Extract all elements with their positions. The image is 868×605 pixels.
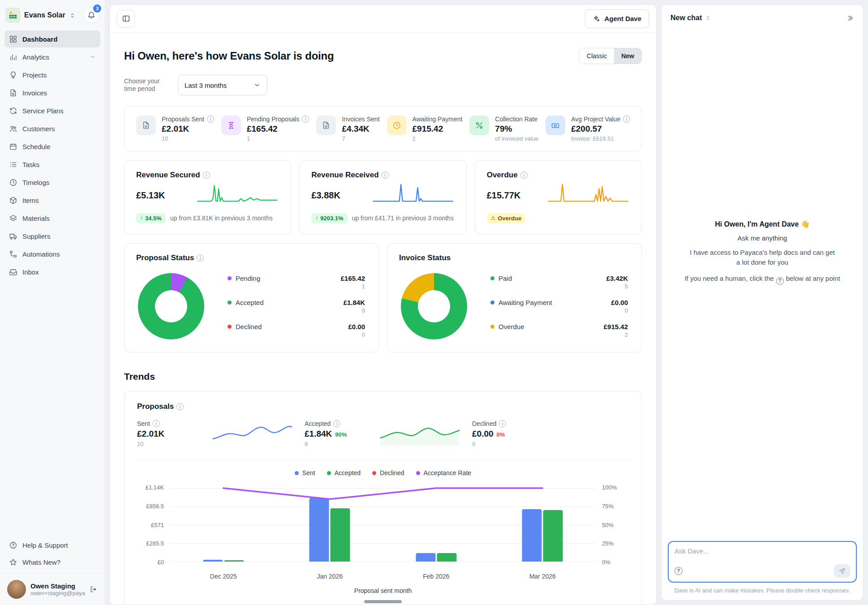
send-button[interactable] bbox=[834, 564, 850, 578]
legend-dot bbox=[228, 276, 232, 280]
overdue-sparkline bbox=[546, 181, 631, 208]
main-panel: Agent Dave Hi Owen, here's how Evans Sol… bbox=[109, 4, 657, 605]
sidebar-item-schedule[interactable]: Schedule bbox=[4, 138, 100, 155]
kpi-sub: Invoice: £619.51 bbox=[571, 135, 630, 142]
sidebar-item-automations[interactable]: Automations bbox=[4, 245, 100, 262]
info-icon[interactable] bbox=[302, 116, 309, 123]
box-icon bbox=[9, 196, 17, 205]
revenue-secured-sparkline bbox=[195, 181, 280, 208]
sidebar-item-materials[interactable]: Materials bbox=[4, 210, 100, 227]
legend-row-pending: Pending £165.421 bbox=[228, 275, 365, 290]
trend-stat-accepted: Accepted £1.84K90% 9 bbox=[305, 420, 461, 447]
legend-row-overdue: Overdue £915.422 bbox=[490, 323, 628, 338]
info-icon[interactable] bbox=[153, 420, 160, 427]
logout-icon[interactable] bbox=[90, 585, 98, 593]
panel-left-icon bbox=[122, 14, 130, 23]
chat-help-button[interactable] bbox=[675, 567, 683, 575]
info-icon[interactable] bbox=[176, 403, 184, 410]
chart-plot-area bbox=[170, 488, 596, 562]
sidebar-item-label: Analytics bbox=[22, 53, 49, 61]
kpi-collection-rate: Collection Rate 79% of invoiced value bbox=[469, 116, 538, 142]
y-axis-tick: 0% bbox=[602, 559, 610, 566]
help-support-label: Help & Support bbox=[22, 541, 68, 549]
sidebar-item-dashboard[interactable]: Dashboard bbox=[4, 30, 100, 47]
user-menu[interactable]: Owen Staging owen+staging@paya... bbox=[0, 573, 105, 605]
sidebar-item-label: Service Plans bbox=[22, 107, 64, 115]
y-axis-tick: £856.5 bbox=[146, 503, 164, 510]
users-icon bbox=[9, 124, 17, 133]
sidebar-item-invoices[interactable]: Invoices bbox=[4, 84, 100, 101]
sidebar-item-tasks[interactable]: Tasks bbox=[4, 156, 100, 173]
clock-icon bbox=[9, 178, 17, 187]
info-icon[interactable] bbox=[623, 116, 630, 123]
y-axis-tick: £0 bbox=[158, 559, 164, 566]
sidebar-item-suppliers[interactable]: Suppliers bbox=[4, 227, 100, 245]
chat-line-human: If you need a human, click thebelow at a… bbox=[684, 273, 840, 285]
hourglass-icon bbox=[221, 116, 241, 135]
chat-switcher[interactable]: New chat bbox=[670, 14, 711, 22]
org-logo bbox=[5, 8, 21, 23]
view-toggle-classic[interactable]: Classic bbox=[580, 48, 614, 64]
kpi-invoices-sent: Invoices Sent £4.34K 7 bbox=[316, 116, 379, 142]
sidebar-item-timelogs[interactable]: Timelogs bbox=[4, 174, 100, 191]
sent-sparkline bbox=[211, 420, 294, 447]
collapse-chat-icon[interactable] bbox=[847, 14, 854, 22]
horizontal-scrollbar[interactable] bbox=[364, 600, 402, 603]
kpi-sub: of invoiced value bbox=[495, 135, 538, 142]
sidebar-item-items[interactable]: Items bbox=[4, 192, 100, 209]
banknote-icon bbox=[546, 116, 565, 135]
chat-line-ask: Ask me anything bbox=[738, 234, 787, 242]
acceptance-rate-line bbox=[223, 488, 543, 499]
sidebar: Evans Solar 3 Dashboard Analytics bbox=[0, 0, 105, 605]
sidebar-toggle-button[interactable] bbox=[117, 10, 135, 28]
kpi-sub: 2 bbox=[413, 135, 463, 142]
chat-input-box[interactable] bbox=[668, 541, 857, 583]
kpi-value: £4.34K bbox=[342, 124, 379, 134]
layers-icon bbox=[9, 214, 17, 223]
kpi-value: 79% bbox=[495, 124, 538, 134]
y-axis-right: 100% 75% 50% 25% 0% bbox=[596, 484, 629, 566]
sidebar-item-analytics[interactable]: Analytics bbox=[4, 48, 100, 65]
trend-up-badge: 34.5% bbox=[136, 213, 166, 223]
avatar bbox=[7, 580, 26, 599]
page-title: Hi Owen, here's how Evans Solar is doing bbox=[124, 50, 334, 62]
info-icon[interactable] bbox=[333, 420, 340, 427]
info-icon[interactable] bbox=[207, 116, 214, 123]
info-icon[interactable] bbox=[203, 172, 210, 179]
view-toggle-new[interactable]: New bbox=[614, 48, 641, 64]
proposal-status-card: Proposal Status Pending £165.421 Accepte… bbox=[124, 243, 379, 352]
sidebar-item-label: Suppliers bbox=[22, 232, 51, 240]
gridline bbox=[170, 562, 596, 562]
sidebar-item-projects[interactable]: Projects bbox=[4, 66, 100, 83]
org-switcher[interactable]: Evans Solar 3 bbox=[0, 5, 105, 28]
trend-stat-sent: Sent £2.01K 10 bbox=[137, 420, 294, 447]
sidebar-item-label: Projects bbox=[22, 71, 47, 79]
dashboard-content: Hi Owen, here's how Evans Solar is doing… bbox=[110, 33, 656, 605]
help-support-link[interactable]: Help & Support bbox=[4, 536, 100, 554]
card-title: Overdue bbox=[487, 171, 518, 180]
info-icon[interactable] bbox=[520, 172, 528, 179]
whats-new-link[interactable]: Whats New? bbox=[4, 554, 100, 571]
agent-dave-button[interactable]: Agent Dave bbox=[585, 9, 649, 28]
sidebar-item-inbox[interactable]: Inbox bbox=[4, 263, 100, 280]
inbox-icon bbox=[9, 268, 17, 276]
legend-dot bbox=[228, 325, 232, 329]
kpi-label: Pending Proposals bbox=[247, 116, 300, 123]
sidebar-item-service-plans[interactable]: Service Plans bbox=[4, 102, 100, 119]
sidebar-item-label: Schedule bbox=[22, 143, 51, 150]
info-icon[interactable] bbox=[499, 420, 506, 427]
org-name: Evans Solar bbox=[24, 11, 65, 19]
proposals-bar-chart: £1.14K £856.5 £571 £285.5 £0 10 bbox=[137, 488, 629, 594]
chat-input[interactable] bbox=[675, 547, 850, 562]
sidebar-item-label: Tasks bbox=[22, 161, 39, 168]
legend-sent: Sent bbox=[295, 469, 315, 476]
kpi-pending-proposals: Pending Proposals £165.42 1 bbox=[221, 116, 309, 142]
sidebar-item-customers[interactable]: Customers bbox=[4, 120, 100, 137]
y-axis-tick: £571 bbox=[151, 522, 164, 528]
info-icon[interactable] bbox=[382, 172, 389, 179]
sidebar-item-label: Timelogs bbox=[22, 179, 49, 186]
info-icon[interactable] bbox=[197, 254, 204, 262]
time-period-select[interactable]: Last 3 months bbox=[178, 75, 267, 95]
file-icon bbox=[136, 116, 156, 135]
kpi-label: Proposals Sent bbox=[162, 116, 204, 123]
